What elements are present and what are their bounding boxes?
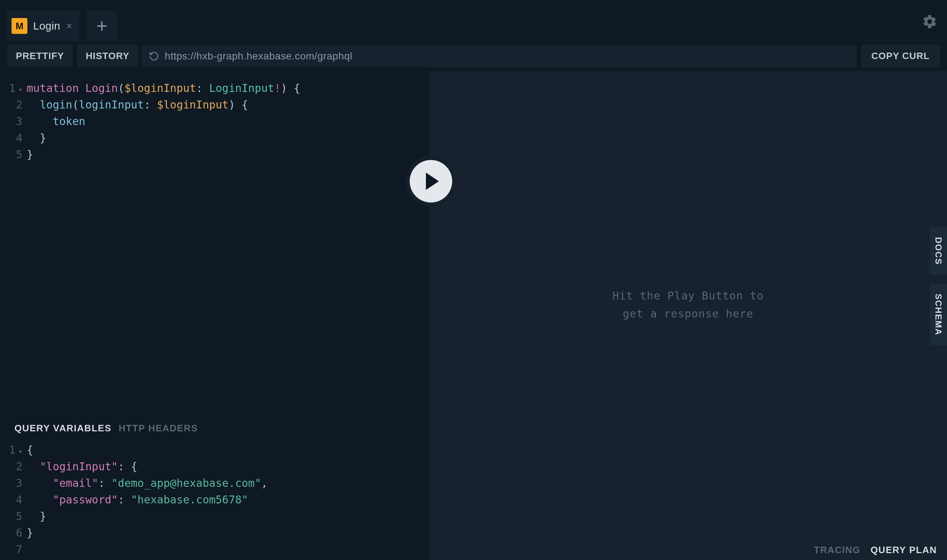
fold-icon[interactable]: ▾ bbox=[17, 443, 22, 460]
response-panel: Hit the Play Button to get a response he… bbox=[429, 71, 947, 560]
tab-docs[interactable]: DOCS bbox=[930, 227, 947, 275]
variables-gutter: 1▾ 2 3 4 5 6 7 bbox=[0, 442, 27, 558]
query-editor[interactable]: 1▾ 2 3 4 5 mutation Login($loginInput: L… bbox=[0, 71, 429, 414]
variables-editor[interactable]: 1▾ 2 3 4 5 6 7 { "loginInput": { "email"… bbox=[0, 437, 429, 560]
tab-title: Login bbox=[33, 20, 60, 32]
main-split: 1▾ 2 3 4 5 mutation Login($loginInput: L… bbox=[0, 71, 947, 560]
left-column: 1▾ 2 3 4 5 mutation Login($loginInput: L… bbox=[0, 71, 429, 560]
variables-tabs: QUERY VARIABLES HTTP HEADERS bbox=[0, 414, 429, 437]
toolbar: PRETTIFY HISTORY COPY CURL bbox=[0, 40, 947, 71]
top-tab-bar: M Login × + bbox=[0, 0, 947, 40]
prettify-button[interactable]: PRETTIFY bbox=[7, 45, 73, 68]
settings-button[interactable] bbox=[922, 14, 938, 32]
new-tab-button[interactable]: + bbox=[86, 11, 117, 41]
query-gutter: 1▾ 2 3 4 5 bbox=[0, 80, 27, 414]
tab-schema[interactable]: SCHEMA bbox=[930, 284, 947, 346]
tab-http-headers[interactable]: HTTP HEADERS bbox=[119, 423, 198, 434]
refresh-icon[interactable] bbox=[149, 51, 159, 61]
variables-pane: QUERY VARIABLES HTTP HEADERS 1▾ 2 3 4 5 … bbox=[0, 414, 429, 560]
footer-tabs: TRACING QUERY PLAN bbox=[814, 545, 937, 556]
history-button[interactable]: HISTORY bbox=[77, 45, 138, 68]
tab-login[interactable]: M Login × bbox=[6, 11, 79, 41]
query-code[interactable]: mutation Login($loginInput: LoginInput!)… bbox=[27, 80, 429, 414]
tab-query-plan[interactable]: QUERY PLAN bbox=[871, 545, 937, 556]
endpoint-input[interactable] bbox=[165, 51, 851, 62]
endpoint-container bbox=[142, 45, 857, 68]
placeholder-line: get a response here bbox=[429, 305, 947, 323]
side-tabs: DOCS SCHEMA bbox=[930, 227, 947, 346]
tab-type-badge: M bbox=[12, 18, 28, 34]
play-icon bbox=[426, 172, 439, 190]
close-icon[interactable]: × bbox=[66, 20, 72, 32]
plus-icon: + bbox=[96, 15, 107, 37]
placeholder-line: Hit the Play Button to bbox=[429, 287, 947, 305]
play-icon-bg bbox=[410, 160, 452, 203]
tab-query-variables[interactable]: QUERY VARIABLES bbox=[14, 423, 111, 434]
copy-curl-button[interactable]: COPY CURL bbox=[861, 45, 940, 68]
tab-tracing[interactable]: TRACING bbox=[814, 545, 861, 556]
variables-code[interactable]: { "loginInput": { "email": "demo_app@hex… bbox=[27, 442, 429, 558]
response-placeholder: Hit the Play Button to get a response he… bbox=[429, 287, 947, 323]
tabs-row: M Login × + bbox=[0, 0, 123, 40]
fold-icon[interactable]: ▾ bbox=[17, 82, 22, 98]
gear-icon bbox=[922, 14, 938, 29]
execute-button[interactable] bbox=[406, 156, 456, 206]
